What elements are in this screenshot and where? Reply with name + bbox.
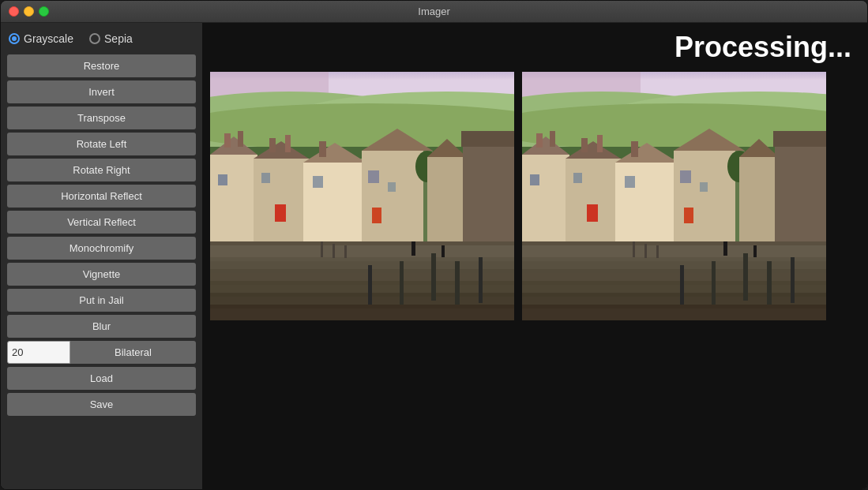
sepia-radio-dot — [89, 33, 100, 44]
minimize-button[interactable] — [24, 6, 34, 17]
rotate-right-button[interactable]: Rotate Right — [7, 159, 196, 181]
svg-rect-42 — [479, 257, 483, 303]
bilateral-button[interactable]: Bilateral — [70, 341, 196, 364]
svg-rect-40 — [431, 253, 436, 301]
grayscale-radio[interactable]: Grayscale — [9, 32, 73, 45]
monochromify-button[interactable]: Monochromify — [7, 237, 196, 260]
sidebar: Grayscale Sepia Restore Invert Transpose… — [1, 23, 202, 489]
svg-rect-64 — [597, 135, 603, 152]
images-area — [202, 68, 867, 489]
processing-text: Processing... — [674, 31, 851, 64]
original-image — [210, 72, 514, 320]
svg-rect-14 — [285, 135, 291, 152]
svg-rect-89 — [522, 305, 826, 320]
put-in-jail-button[interactable]: Put in Jail — [7, 289, 196, 312]
svg-rect-11 — [254, 159, 309, 245]
svg-rect-97 — [633, 241, 635, 257]
processed-image-svg — [522, 72, 826, 320]
sepia-radio[interactable]: Sepia — [89, 32, 133, 45]
main-area: Processing... — [202, 23, 867, 489]
svg-rect-96 — [753, 245, 757, 257]
svg-rect-95 — [723, 241, 727, 256]
svg-rect-82 — [700, 182, 708, 192]
svg-rect-90 — [743, 253, 748, 301]
svg-rect-32 — [388, 182, 396, 192]
svg-rect-57 — [522, 155, 569, 249]
titlebar: Imager — [1, 1, 867, 23]
svg-rect-45 — [411, 241, 415, 256]
svg-rect-59 — [536, 133, 543, 148]
svg-rect-80 — [625, 176, 635, 188]
svg-rect-13 — [269, 138, 276, 152]
svg-rect-25 — [461, 131, 514, 147]
svg-rect-78 — [530, 174, 539, 185]
svg-rect-99 — [656, 245, 659, 258]
svg-rect-27 — [372, 208, 381, 223]
maximize-button[interactable] — [39, 6, 49, 17]
svg-rect-49 — [344, 245, 347, 258]
processed-image — [522, 72, 826, 320]
svg-rect-67 — [631, 141, 638, 157]
svg-rect-94 — [680, 265, 684, 305]
svg-rect-28 — [218, 174, 227, 185]
load-button[interactable]: Load — [7, 367, 196, 390]
svg-rect-61 — [566, 159, 621, 245]
svg-rect-44 — [368, 265, 372, 305]
svg-rect-10 — [238, 131, 243, 147]
svg-rect-41 — [455, 261, 460, 305]
svg-rect-15 — [303, 163, 366, 245]
svg-rect-9 — [224, 133, 231, 148]
save-button[interactable]: Save — [7, 393, 196, 416]
processing-header: Processing... — [202, 23, 867, 68]
svg-rect-79 — [573, 173, 582, 183]
svg-rect-26 — [275, 204, 286, 222]
svg-rect-72 — [739, 157, 779, 245]
svg-rect-29 — [261, 173, 270, 183]
svg-rect-30 — [313, 176, 323, 188]
vignette-button[interactable]: Vignette — [7, 263, 196, 286]
blur-button[interactable]: Blur — [7, 315, 196, 338]
svg-rect-63 — [581, 138, 588, 152]
grayscale-radio-dot — [9, 33, 20, 44]
svg-rect-77 — [684, 208, 693, 223]
sepia-radio-label: Sepia — [104, 32, 133, 45]
svg-rect-60 — [550, 131, 555, 147]
svg-rect-22 — [427, 157, 467, 245]
invert-button[interactable]: Invert — [7, 80, 196, 103]
svg-rect-48 — [333, 244, 335, 258]
svg-rect-76 — [587, 204, 598, 222]
svg-rect-98 — [644, 244, 647, 258]
svg-rect-75 — [773, 131, 826, 147]
content-area: Grayscale Sepia Restore Invert Transpose… — [1, 23, 867, 489]
svg-rect-74 — [775, 135, 826, 245]
svg-rect-43 — [400, 261, 404, 305]
close-button[interactable] — [9, 6, 19, 17]
app-window: Imager Grayscale Sepia Restore Invert Tr… — [0, 0, 868, 490]
filter-radio-group: Grayscale Sepia — [1, 29, 202, 53]
bilateral-row: Bilateral — [7, 341, 196, 364]
original-image-svg — [210, 72, 514, 320]
horizontal-reflect-button[interactable]: Horizontal Reflect — [7, 185, 196, 208]
window-title: Imager — [418, 6, 449, 17]
grayscale-radio-label: Grayscale — [24, 32, 73, 45]
window-controls — [9, 6, 49, 17]
svg-rect-31 — [368, 170, 379, 183]
svg-rect-93 — [712, 261, 716, 305]
svg-rect-92 — [791, 257, 795, 303]
bilateral-value-input[interactable] — [7, 341, 70, 364]
vertical-reflect-button[interactable]: Vertical Reflect — [7, 211, 196, 234]
svg-rect-17 — [319, 141, 326, 157]
restore-button[interactable]: Restore — [7, 54, 196, 77]
svg-rect-91 — [767, 261, 772, 305]
svg-rect-39 — [210, 305, 514, 320]
svg-rect-81 — [680, 170, 691, 183]
svg-rect-65 — [615, 163, 678, 245]
rotate-left-button[interactable]: Rotate Left — [7, 133, 196, 155]
transpose-button[interactable]: Transpose — [7, 107, 196, 129]
svg-rect-46 — [442, 245, 445, 257]
svg-rect-24 — [463, 135, 514, 245]
svg-rect-7 — [210, 155, 257, 249]
svg-rect-47 — [321, 241, 323, 257]
